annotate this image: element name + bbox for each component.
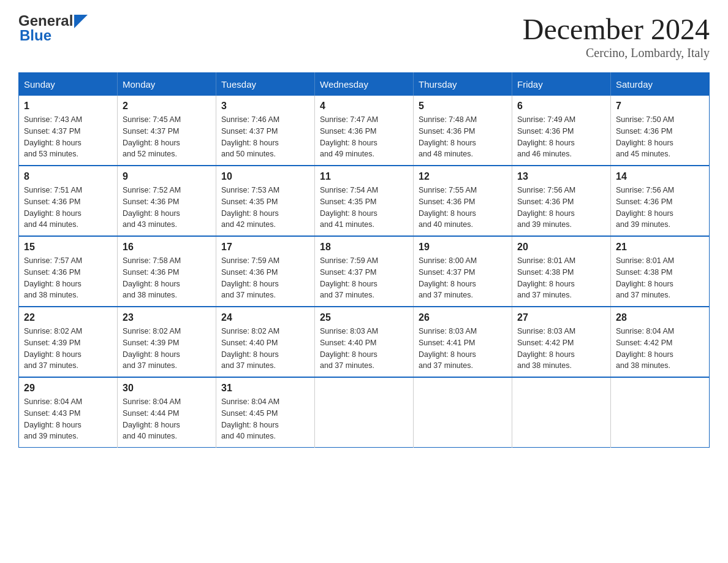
day-number: 20 (517, 242, 605, 253)
table-row: 31 Sunrise: 8:04 AM Sunset: 4:45 PM Dayl… (216, 377, 315, 448)
day-info: Sunrise: 7:43 AM Sunset: 4:37 PM Dayligh… (24, 114, 112, 160)
logo-blue-text: Blue (20, 27, 51, 44)
col-monday: Monday (118, 73, 216, 96)
calendar-table: Sunday Monday Tuesday Wednesday Thursday… (18, 72, 710, 448)
day-number: 27 (517, 312, 605, 323)
table-row: 9 Sunrise: 7:52 AM Sunset: 4:36 PM Dayli… (118, 166, 216, 236)
table-row: 16 Sunrise: 7:58 AM Sunset: 4:36 PM Dayl… (118, 236, 216, 307)
col-sunday: Sunday (19, 73, 118, 96)
calendar-week-row: 22 Sunrise: 8:02 AM Sunset: 4:39 PM Dayl… (19, 307, 710, 377)
day-info: Sunrise: 8:04 AM Sunset: 4:42 PM Dayligh… (616, 326, 704, 372)
col-tuesday: Tuesday (216, 73, 315, 96)
day-number: 5 (419, 101, 507, 112)
day-info: Sunrise: 8:03 AM Sunset: 4:42 PM Dayligh… (517, 326, 605, 372)
day-info: Sunrise: 8:03 AM Sunset: 4:41 PM Dayligh… (419, 326, 507, 372)
day-number: 24 (221, 312, 309, 323)
day-number: 30 (123, 383, 211, 394)
col-thursday: Thursday (414, 73, 512, 96)
table-row: 7 Sunrise: 7:50 AM Sunset: 4:36 PM Dayli… (611, 96, 710, 166)
col-wednesday: Wednesday (315, 73, 414, 96)
table-row: 23 Sunrise: 8:02 AM Sunset: 4:39 PM Dayl… (118, 307, 216, 377)
table-row: 10 Sunrise: 7:53 AM Sunset: 4:35 PM Dayl… (216, 166, 315, 236)
day-number: 11 (320, 171, 408, 182)
day-info: Sunrise: 7:50 AM Sunset: 4:36 PM Dayligh… (616, 114, 704, 160)
table-row (315, 377, 414, 448)
day-number: 16 (123, 242, 211, 253)
table-row: 22 Sunrise: 8:02 AM Sunset: 4:39 PM Dayl… (19, 307, 118, 377)
calendar-header-row: Sunday Monday Tuesday Wednesday Thursday… (19, 73, 710, 96)
table-row: 8 Sunrise: 7:51 AM Sunset: 4:36 PM Dayli… (19, 166, 118, 236)
day-number: 1 (24, 101, 112, 112)
day-info: Sunrise: 8:01 AM Sunset: 4:38 PM Dayligh… (616, 255, 704, 301)
day-number: 4 (320, 101, 408, 112)
logo-triangle-icon (74, 15, 88, 28)
day-number: 23 (123, 312, 211, 323)
day-info: Sunrise: 8:04 AM Sunset: 4:43 PM Dayligh… (24, 396, 112, 442)
table-row: 4 Sunrise: 7:47 AM Sunset: 4:36 PM Dayli… (315, 96, 414, 166)
calendar-week-row: 8 Sunrise: 7:51 AM Sunset: 4:36 PM Dayli… (19, 166, 710, 236)
day-number: 26 (419, 312, 507, 323)
day-number: 25 (320, 312, 408, 323)
title-area: December 2024 Cercino, Lombardy, Italy (523, 12, 710, 60)
day-number: 7 (616, 101, 704, 112)
page-header: General Blue December 2024 Cercino, Lomb… (18, 12, 710, 60)
location-subtitle: Cercino, Lombardy, Italy (523, 46, 710, 60)
day-number: 28 (616, 312, 704, 323)
day-info: Sunrise: 7:52 AM Sunset: 4:36 PM Dayligh… (123, 185, 211, 231)
day-number: 31 (221, 383, 309, 394)
table-row: 21 Sunrise: 8:01 AM Sunset: 4:38 PM Dayl… (611, 236, 710, 307)
day-number: 14 (616, 171, 704, 182)
day-info: Sunrise: 7:57 AM Sunset: 4:36 PM Dayligh… (24, 255, 112, 301)
table-row (611, 377, 710, 448)
table-row: 14 Sunrise: 7:56 AM Sunset: 4:36 PM Dayl… (611, 166, 710, 236)
table-row: 17 Sunrise: 7:59 AM Sunset: 4:36 PM Dayl… (216, 236, 315, 307)
day-number: 18 (320, 242, 408, 253)
day-info: Sunrise: 7:54 AM Sunset: 4:35 PM Dayligh… (320, 185, 408, 231)
table-row: 12 Sunrise: 7:55 AM Sunset: 4:36 PM Dayl… (414, 166, 512, 236)
table-row: 19 Sunrise: 8:00 AM Sunset: 4:37 PM Dayl… (414, 236, 512, 307)
day-info: Sunrise: 8:02 AM Sunset: 4:39 PM Dayligh… (123, 326, 211, 372)
table-row: 6 Sunrise: 7:49 AM Sunset: 4:36 PM Dayli… (512, 96, 611, 166)
day-info: Sunrise: 8:02 AM Sunset: 4:39 PM Dayligh… (24, 326, 112, 372)
day-number: 10 (221, 171, 309, 182)
day-info: Sunrise: 7:53 AM Sunset: 4:35 PM Dayligh… (221, 185, 309, 231)
day-number: 6 (517, 101, 605, 112)
day-info: Sunrise: 7:56 AM Sunset: 4:36 PM Dayligh… (616, 185, 704, 231)
table-row: 20 Sunrise: 8:01 AM Sunset: 4:38 PM Dayl… (512, 236, 611, 307)
day-number: 29 (24, 383, 112, 394)
table-row: 18 Sunrise: 7:59 AM Sunset: 4:37 PM Dayl… (315, 236, 414, 307)
day-info: Sunrise: 8:04 AM Sunset: 4:45 PM Dayligh… (221, 396, 309, 442)
day-number: 8 (24, 171, 112, 182)
table-row: 5 Sunrise: 7:48 AM Sunset: 4:36 PM Dayli… (414, 96, 512, 166)
month-title: December 2024 (523, 12, 710, 46)
svg-marker-0 (74, 15, 88, 28)
day-number: 12 (419, 171, 507, 182)
day-info: Sunrise: 7:49 AM Sunset: 4:36 PM Dayligh… (517, 114, 605, 160)
day-number: 17 (221, 242, 309, 253)
table-row: 15 Sunrise: 7:57 AM Sunset: 4:36 PM Dayl… (19, 236, 118, 307)
day-number: 9 (123, 171, 211, 182)
day-info: Sunrise: 7:59 AM Sunset: 4:37 PM Dayligh… (320, 255, 408, 301)
day-info: Sunrise: 7:46 AM Sunset: 4:37 PM Dayligh… (221, 114, 309, 160)
day-number: 21 (616, 242, 704, 253)
day-info: Sunrise: 8:04 AM Sunset: 4:44 PM Dayligh… (123, 396, 211, 442)
day-number: 2 (123, 101, 211, 112)
table-row: 3 Sunrise: 7:46 AM Sunset: 4:37 PM Dayli… (216, 96, 315, 166)
day-info: Sunrise: 7:45 AM Sunset: 4:37 PM Dayligh… (123, 114, 211, 160)
day-info: Sunrise: 7:55 AM Sunset: 4:36 PM Dayligh… (419, 185, 507, 231)
day-info: Sunrise: 7:56 AM Sunset: 4:36 PM Dayligh… (517, 185, 605, 231)
day-info: Sunrise: 7:59 AM Sunset: 4:36 PM Dayligh… (221, 255, 309, 301)
day-info: Sunrise: 8:03 AM Sunset: 4:40 PM Dayligh… (320, 326, 408, 372)
day-info: Sunrise: 7:47 AM Sunset: 4:36 PM Dayligh… (320, 114, 408, 160)
table-row: 30 Sunrise: 8:04 AM Sunset: 4:44 PM Dayl… (118, 377, 216, 448)
day-info: Sunrise: 7:58 AM Sunset: 4:36 PM Dayligh… (123, 255, 211, 301)
table-row: 28 Sunrise: 8:04 AM Sunset: 4:42 PM Dayl… (611, 307, 710, 377)
table-row: 27 Sunrise: 8:03 AM Sunset: 4:42 PM Dayl… (512, 307, 611, 377)
table-row: 24 Sunrise: 8:02 AM Sunset: 4:40 PM Dayl… (216, 307, 315, 377)
calendar-week-row: 29 Sunrise: 8:04 AM Sunset: 4:43 PM Dayl… (19, 377, 710, 448)
day-number: 19 (419, 242, 507, 253)
table-row: 2 Sunrise: 7:45 AM Sunset: 4:37 PM Dayli… (118, 96, 216, 166)
day-info: Sunrise: 8:00 AM Sunset: 4:37 PM Dayligh… (419, 255, 507, 301)
day-number: 3 (221, 101, 309, 112)
table-row: 26 Sunrise: 8:03 AM Sunset: 4:41 PM Dayl… (414, 307, 512, 377)
